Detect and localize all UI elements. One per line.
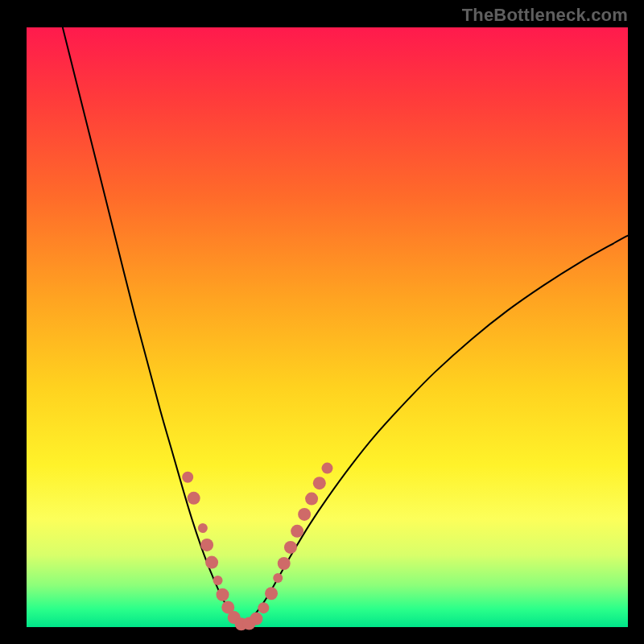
marker-dot (322, 463, 333, 474)
marker-dot (182, 472, 193, 483)
marker-dot (198, 523, 208, 533)
chart-svg (0, 0, 644, 644)
marker-dot (278, 557, 291, 570)
marker-dot (284, 541, 297, 554)
marker-dot (188, 492, 200, 505)
marker-dot (291, 525, 303, 538)
marker-dot (250, 613, 262, 625)
marker-dot (200, 539, 213, 551)
marker-dot (305, 493, 318, 506)
marker-dot (213, 576, 223, 585)
marker-dot (273, 573, 283, 583)
curve-curve-left (63, 27, 242, 625)
marker-dot (205, 556, 218, 569)
marker-dot (313, 477, 326, 489)
marker-dot (298, 508, 311, 521)
marker-dot (265, 587, 278, 600)
curve-curve-right (242, 236, 628, 625)
marker-dot (258, 602, 269, 613)
chart-frame: TheBottleneck.com (0, 0, 644, 644)
marker-dot (217, 588, 229, 601)
